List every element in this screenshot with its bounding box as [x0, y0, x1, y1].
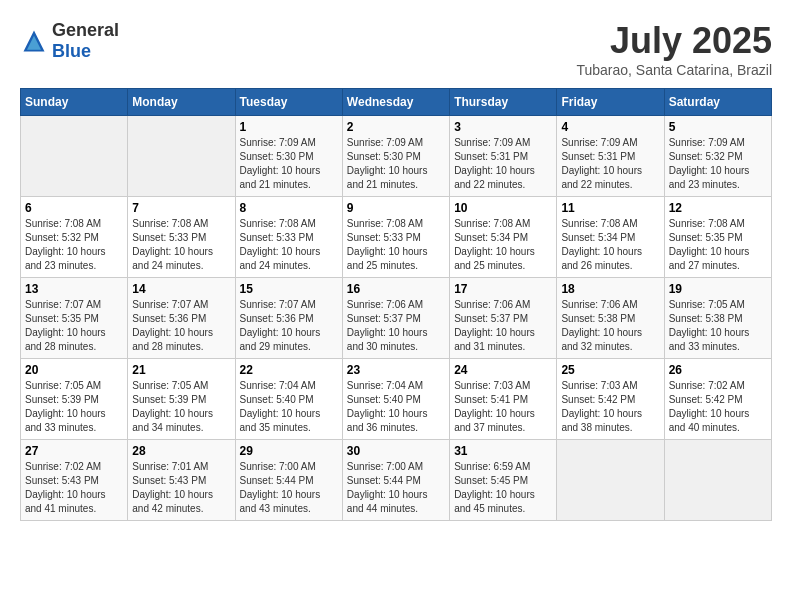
calendar-cell: 7Sunrise: 7:08 AMSunset: 5:33 PMDaylight… — [128, 197, 235, 278]
calendar-cell: 3Sunrise: 7:09 AMSunset: 5:31 PMDaylight… — [450, 116, 557, 197]
calendar-week-row: 20Sunrise: 7:05 AMSunset: 5:39 PMDayligh… — [21, 359, 772, 440]
day-number: 30 — [347, 444, 445, 458]
day-number: 4 — [561, 120, 659, 134]
page-header: General Blue July 2025 Tubarao, Santa Ca… — [20, 20, 772, 78]
calendar-cell: 19Sunrise: 7:05 AMSunset: 5:38 PMDayligh… — [664, 278, 771, 359]
day-number: 19 — [669, 282, 767, 296]
calendar-cell: 29Sunrise: 7:00 AMSunset: 5:44 PMDayligh… — [235, 440, 342, 521]
day-of-week-header: Saturday — [664, 89, 771, 116]
day-info: Sunrise: 7:01 AMSunset: 5:43 PMDaylight:… — [132, 460, 230, 516]
day-number: 12 — [669, 201, 767, 215]
calendar-cell: 9Sunrise: 7:08 AMSunset: 5:33 PMDaylight… — [342, 197, 449, 278]
day-number: 14 — [132, 282, 230, 296]
day-number: 16 — [347, 282, 445, 296]
day-info: Sunrise: 7:03 AMSunset: 5:41 PMDaylight:… — [454, 379, 552, 435]
day-of-week-header: Tuesday — [235, 89, 342, 116]
day-info: Sunrise: 7:02 AMSunset: 5:43 PMDaylight:… — [25, 460, 123, 516]
title-section: July 2025 Tubarao, Santa Catarina, Brazi… — [576, 20, 772, 78]
calendar-cell: 23Sunrise: 7:04 AMSunset: 5:40 PMDayligh… — [342, 359, 449, 440]
day-number: 18 — [561, 282, 659, 296]
day-number: 23 — [347, 363, 445, 377]
calendar-week-row: 1Sunrise: 7:09 AMSunset: 5:30 PMDaylight… — [21, 116, 772, 197]
day-info: Sunrise: 7:02 AMSunset: 5:42 PMDaylight:… — [669, 379, 767, 435]
month-year-title: July 2025 — [576, 20, 772, 62]
day-number: 29 — [240, 444, 338, 458]
day-of-week-header: Wednesday — [342, 89, 449, 116]
day-number: 25 — [561, 363, 659, 377]
calendar-cell: 22Sunrise: 7:04 AMSunset: 5:40 PMDayligh… — [235, 359, 342, 440]
day-info: Sunrise: 7:06 AMSunset: 5:37 PMDaylight:… — [454, 298, 552, 354]
day-info: Sunrise: 7:07 AMSunset: 5:36 PMDaylight:… — [132, 298, 230, 354]
day-number: 22 — [240, 363, 338, 377]
day-info: Sunrise: 7:03 AMSunset: 5:42 PMDaylight:… — [561, 379, 659, 435]
day-info: Sunrise: 7:00 AMSunset: 5:44 PMDaylight:… — [240, 460, 338, 516]
day-info: Sunrise: 7:09 AMSunset: 5:31 PMDaylight:… — [561, 136, 659, 192]
calendar-cell: 5Sunrise: 7:09 AMSunset: 5:32 PMDaylight… — [664, 116, 771, 197]
calendar-cell — [21, 116, 128, 197]
day-info: Sunrise: 7:08 AMSunset: 5:33 PMDaylight:… — [347, 217, 445, 273]
day-number: 15 — [240, 282, 338, 296]
day-number: 2 — [347, 120, 445, 134]
day-info: Sunrise: 7:08 AMSunset: 5:33 PMDaylight:… — [240, 217, 338, 273]
calendar-cell: 16Sunrise: 7:06 AMSunset: 5:37 PMDayligh… — [342, 278, 449, 359]
calendar-cell — [664, 440, 771, 521]
day-number: 20 — [25, 363, 123, 377]
calendar-cell: 4Sunrise: 7:09 AMSunset: 5:31 PMDaylight… — [557, 116, 664, 197]
calendar-cell: 17Sunrise: 7:06 AMSunset: 5:37 PMDayligh… — [450, 278, 557, 359]
day-number: 8 — [240, 201, 338, 215]
day-number: 27 — [25, 444, 123, 458]
day-info: Sunrise: 7:06 AMSunset: 5:37 PMDaylight:… — [347, 298, 445, 354]
logo-text: General Blue — [52, 20, 119, 62]
day-number: 10 — [454, 201, 552, 215]
calendar-table: SundayMondayTuesdayWednesdayThursdayFrid… — [20, 88, 772, 521]
calendar-header-row: SundayMondayTuesdayWednesdayThursdayFrid… — [21, 89, 772, 116]
logo-icon — [20, 27, 48, 55]
calendar-cell: 28Sunrise: 7:01 AMSunset: 5:43 PMDayligh… — [128, 440, 235, 521]
calendar-cell: 12Sunrise: 7:08 AMSunset: 5:35 PMDayligh… — [664, 197, 771, 278]
day-info: Sunrise: 7:04 AMSunset: 5:40 PMDaylight:… — [240, 379, 338, 435]
day-info: Sunrise: 7:08 AMSunset: 5:34 PMDaylight:… — [454, 217, 552, 273]
calendar-cell: 1Sunrise: 7:09 AMSunset: 5:30 PMDaylight… — [235, 116, 342, 197]
calendar-cell: 6Sunrise: 7:08 AMSunset: 5:32 PMDaylight… — [21, 197, 128, 278]
calendar-week-row: 6Sunrise: 7:08 AMSunset: 5:32 PMDaylight… — [21, 197, 772, 278]
calendar-cell: 30Sunrise: 7:00 AMSunset: 5:44 PMDayligh… — [342, 440, 449, 521]
day-of-week-header: Sunday — [21, 89, 128, 116]
day-info: Sunrise: 7:09 AMSunset: 5:30 PMDaylight:… — [347, 136, 445, 192]
day-info: Sunrise: 7:08 AMSunset: 5:34 PMDaylight:… — [561, 217, 659, 273]
calendar-cell: 18Sunrise: 7:06 AMSunset: 5:38 PMDayligh… — [557, 278, 664, 359]
location-subtitle: Tubarao, Santa Catarina, Brazil — [576, 62, 772, 78]
day-number: 5 — [669, 120, 767, 134]
day-info: Sunrise: 7:09 AMSunset: 5:30 PMDaylight:… — [240, 136, 338, 192]
day-info: Sunrise: 7:08 AMSunset: 5:32 PMDaylight:… — [25, 217, 123, 273]
calendar-cell: 31Sunrise: 6:59 AMSunset: 5:45 PMDayligh… — [450, 440, 557, 521]
calendar-cell: 27Sunrise: 7:02 AMSunset: 5:43 PMDayligh… — [21, 440, 128, 521]
day-info: Sunrise: 7:06 AMSunset: 5:38 PMDaylight:… — [561, 298, 659, 354]
day-number: 24 — [454, 363, 552, 377]
calendar-week-row: 27Sunrise: 7:02 AMSunset: 5:43 PMDayligh… — [21, 440, 772, 521]
calendar-cell: 25Sunrise: 7:03 AMSunset: 5:42 PMDayligh… — [557, 359, 664, 440]
day-number: 26 — [669, 363, 767, 377]
calendar-cell: 10Sunrise: 7:08 AMSunset: 5:34 PMDayligh… — [450, 197, 557, 278]
day-info: Sunrise: 7:00 AMSunset: 5:44 PMDaylight:… — [347, 460, 445, 516]
calendar-cell: 2Sunrise: 7:09 AMSunset: 5:30 PMDaylight… — [342, 116, 449, 197]
day-number: 1 — [240, 120, 338, 134]
calendar-cell: 24Sunrise: 7:03 AMSunset: 5:41 PMDayligh… — [450, 359, 557, 440]
day-info: Sunrise: 7:09 AMSunset: 5:31 PMDaylight:… — [454, 136, 552, 192]
calendar-cell: 14Sunrise: 7:07 AMSunset: 5:36 PMDayligh… — [128, 278, 235, 359]
logo: General Blue — [20, 20, 119, 62]
day-number: 9 — [347, 201, 445, 215]
calendar-cell: 13Sunrise: 7:07 AMSunset: 5:35 PMDayligh… — [21, 278, 128, 359]
day-number: 31 — [454, 444, 552, 458]
day-number: 17 — [454, 282, 552, 296]
day-info: Sunrise: 7:05 AMSunset: 5:39 PMDaylight:… — [25, 379, 123, 435]
calendar-cell: 11Sunrise: 7:08 AMSunset: 5:34 PMDayligh… — [557, 197, 664, 278]
day-info: Sunrise: 7:08 AMSunset: 5:35 PMDaylight:… — [669, 217, 767, 273]
day-of-week-header: Thursday — [450, 89, 557, 116]
day-of-week-header: Monday — [128, 89, 235, 116]
calendar-cell: 8Sunrise: 7:08 AMSunset: 5:33 PMDaylight… — [235, 197, 342, 278]
day-number: 3 — [454, 120, 552, 134]
calendar-cell: 15Sunrise: 7:07 AMSunset: 5:36 PMDayligh… — [235, 278, 342, 359]
day-number: 11 — [561, 201, 659, 215]
day-number: 6 — [25, 201, 123, 215]
day-number: 28 — [132, 444, 230, 458]
